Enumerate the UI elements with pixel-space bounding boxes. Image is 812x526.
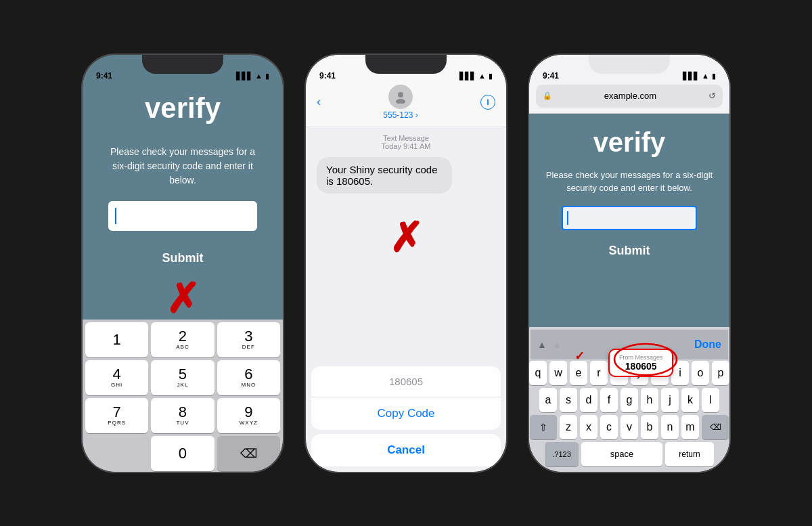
- safari-content: verify Please check your messages for a …: [529, 114, 729, 327]
- num-key-5[interactable]: 5 JKL: [151, 360, 214, 395]
- num-key-7[interactable]: 7 PQRS: [85, 398, 148, 433]
- key-v[interactable]: v: [621, 415, 638, 439]
- key-p[interactable]: p: [712, 361, 729, 385]
- arrow-down-icon[interactable]: ▲: [552, 339, 562, 350]
- wifi-icon: ▲: [255, 72, 263, 80]
- key-m[interactable]: m: [681, 415, 699, 439]
- suggestion-code: 180605: [619, 361, 663, 372]
- key-j[interactable]: j: [661, 388, 679, 412]
- key-f[interactable]: f: [600, 388, 618, 412]
- phone1-screen: 9:41 ▋▋▋ ▲ ▮ verify Please check your me…: [83, 55, 283, 472]
- key-c[interactable]: c: [600, 415, 618, 439]
- url-bar[interactable]: 🔒 example.com ↺: [536, 85, 723, 108]
- action-sheet-group: 180605 Copy Code: [311, 366, 501, 430]
- num-key-backspace[interactable]: ⌫: [217, 436, 280, 471]
- num-key-0[interactable]: 0: [151, 436, 214, 471]
- checkmark-icon: ✓: [574, 349, 585, 364]
- action-code: 180605: [311, 366, 501, 397]
- num-switch-key[interactable]: .?123: [545, 442, 579, 466]
- arrow-up-icon[interactable]: ▲: [537, 339, 547, 350]
- num-key-3[interactable]: 3 DEF: [217, 322, 280, 357]
- signal-icon: ▋▋▋: [236, 72, 252, 81]
- num-key-9[interactable]: 9 WXYZ: [217, 398, 280, 433]
- space-key[interactable]: space: [581, 442, 662, 466]
- signal-icon-3: ▋▋▋: [683, 72, 699, 81]
- key-i[interactable]: i: [671, 361, 689, 385]
- num-key-8[interactable]: 8 TUV: [151, 398, 214, 433]
- status-time-2: 9:41: [319, 71, 336, 81]
- num-key-empty: [85, 436, 148, 471]
- phone2-screen: 9:41 ▋▋▋ ▲ ▮ ‹ 555-123 ›: [306, 55, 506, 472]
- num-key-1[interactable]: 1: [85, 322, 148, 357]
- num-key-2[interactable]: 2 ABC: [151, 322, 214, 357]
- status-icons-3: ▋▋▋ ▲ ▮: [683, 72, 716, 81]
- num-key-4[interactable]: 4 GHI: [85, 360, 148, 395]
- key-q[interactable]: q: [529, 361, 547, 385]
- num-key-6[interactable]: 6 MNO: [217, 360, 280, 395]
- wifi-icon-2: ▲: [478, 72, 486, 80]
- key-e[interactable]: e: [570, 361, 587, 385]
- notch-1: [142, 55, 223, 74]
- backspace-key[interactable]: ⌫: [702, 415, 729, 439]
- toolbar-arrows: ▲ ▲: [537, 339, 562, 350]
- key-h[interactable]: h: [641, 388, 658, 412]
- key-x[interactable]: x: [580, 415, 597, 439]
- key-o[interactable]: o: [692, 361, 709, 385]
- submit-button-3[interactable]: Submit: [609, 244, 650, 258]
- svg-point-1: [396, 99, 405, 104]
- x-mark-2: ✗: [389, 214, 423, 261]
- shift-key[interactable]: ⇧: [530, 415, 557, 439]
- action-sheet: 180605 Copy Code Cancel: [306, 366, 506, 472]
- info-button[interactable]: i: [480, 95, 495, 110]
- battery-icon-3: ▮: [712, 72, 716, 81]
- return-key[interactable]: return: [665, 442, 714, 466]
- verify-subtitle-3: Please check your messages for a six-dig…: [529, 169, 729, 195]
- battery-icon-2: ▮: [489, 72, 493, 81]
- verify-subtitle-1: Please check your messages for a six-dig…: [83, 145, 283, 188]
- code-input-1[interactable]: [108, 201, 257, 231]
- reload-icon[interactable]: ↺: [708, 91, 716, 101]
- key-n[interactable]: n: [661, 415, 679, 439]
- key-r[interactable]: r: [590, 361, 608, 385]
- copy-code-button[interactable]: Copy Code: [311, 397, 501, 430]
- url-text: example.com: [556, 91, 704, 101]
- key-a[interactable]: a: [539, 388, 557, 412]
- wifi-icon-3: ▲: [702, 72, 709, 80]
- kb-row-4: .?123 space return: [531, 442, 728, 466]
- verify-title-3: verify: [593, 127, 666, 158]
- done-button[interactable]: Done: [694, 338, 721, 351]
- battery-icon: ▮: [265, 72, 269, 81]
- status-time-3: 9:41: [543, 71, 559, 81]
- status-icons-2: ▋▋▋ ▲ ▮: [459, 72, 493, 81]
- key-g[interactable]: g: [621, 388, 638, 412]
- kb-row-3: ⇧ z x c v b n m ⌫: [531, 415, 728, 439]
- key-d[interactable]: d: [580, 388, 597, 412]
- cancel-button[interactable]: Cancel: [311, 434, 501, 466]
- phone-3: 9:41 ▋▋▋ ▲ ▮ 🔒 example.com ↺ verify Plea…: [528, 53, 731, 473]
- numpad-1: 1 2 ABC 3 DEF 4 GHI 5 JKL: [83, 320, 283, 472]
- key-k[interactable]: k: [681, 388, 699, 412]
- code-input-3[interactable]: [562, 206, 697, 230]
- avatar-icon: [394, 90, 407, 104]
- status-time-1: 9:41: [96, 71, 112, 81]
- keyboard-toolbar: ▲ ▲ From Messages 180605: [531, 330, 728, 359]
- key-z[interactable]: z: [560, 415, 577, 439]
- phone1-content: verify Please check your messages for a …: [83, 55, 283, 320]
- message-date: Text Message Today 9:41 AM: [382, 134, 431, 150]
- key-l[interactable]: l: [702, 388, 719, 412]
- phone-2: 9:41 ▋▋▋ ▲ ▮ ‹ 555-123 ›: [304, 53, 508, 473]
- submit-button-1[interactable]: Submit: [162, 251, 204, 265]
- lock-icon: 🔒: [543, 91, 552, 100]
- phone3-screen: 9:41 ▋▋▋ ▲ ▮ 🔒 example.com ↺ verify Plea…: [529, 55, 729, 472]
- suggestion-bubble[interactable]: From Messages 180605: [608, 349, 674, 377]
- key-s[interactable]: s: [560, 388, 577, 412]
- back-button[interactable]: ‹: [317, 95, 321, 109]
- avatar: [388, 85, 413, 109]
- key-w[interactable]: w: [549, 361, 567, 385]
- key-b[interactable]: b: [641, 415, 658, 439]
- cursor-3: [567, 211, 568, 225]
- contact-name[interactable]: 555-123 ›: [383, 110, 418, 120]
- keyboard-area: ▲ ▲ From Messages 180605: [529, 327, 729, 472]
- x-mark-1: ✗: [166, 279, 200, 320]
- notch-3: [589, 55, 670, 74]
